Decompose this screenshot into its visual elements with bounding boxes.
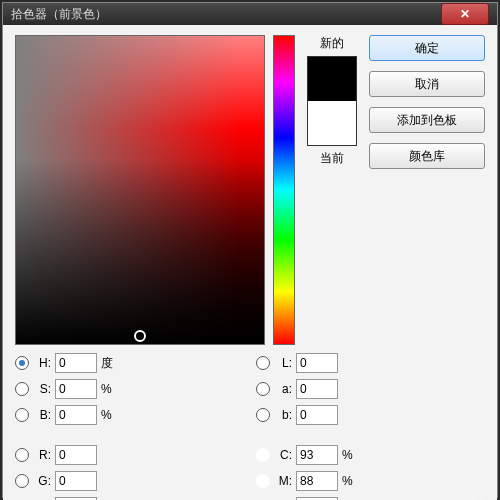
l-row: L: bbox=[256, 353, 485, 373]
h-input[interactable] bbox=[55, 353, 97, 373]
new-color-swatch bbox=[308, 57, 356, 101]
l-label: L: bbox=[274, 356, 292, 370]
h-label: H: bbox=[33, 356, 51, 370]
h-radio[interactable] bbox=[15, 356, 29, 370]
g-label: G: bbox=[33, 474, 51, 488]
c-row: C: % bbox=[256, 445, 485, 465]
lab-b-label: b: bbox=[274, 408, 292, 422]
c-unit: % bbox=[342, 448, 358, 462]
m-label: M: bbox=[274, 474, 292, 488]
hsb-b-unit: % bbox=[101, 408, 117, 422]
r-row: R: bbox=[15, 445, 244, 465]
current-color-swatch[interactable] bbox=[308, 101, 356, 145]
current-label: 当前 bbox=[320, 150, 344, 167]
l-input[interactable] bbox=[296, 353, 338, 373]
c-input[interactable] bbox=[296, 445, 338, 465]
titlebar[interactable]: 拾色器（前景色） ✕ bbox=[3, 3, 497, 25]
color-field[interactable] bbox=[15, 35, 265, 345]
a-row: a: bbox=[256, 379, 485, 399]
hsb-b-label: B: bbox=[33, 408, 51, 422]
m-row: M: % bbox=[256, 471, 485, 491]
h-row: H: 度 bbox=[15, 353, 244, 373]
s-unit: % bbox=[101, 382, 117, 396]
close-button[interactable]: ✕ bbox=[441, 3, 489, 25]
hue-slider[interactable] bbox=[273, 35, 295, 345]
a-radio[interactable] bbox=[256, 382, 270, 396]
s-radio[interactable] bbox=[15, 382, 29, 396]
hsb-b-row: B: % bbox=[15, 405, 244, 425]
color-preview bbox=[307, 56, 357, 146]
g-input[interactable] bbox=[55, 471, 97, 491]
dialog-body: 新的 当前 确定 取消 添加到色板 颜色库 H: 度 bbox=[3, 25, 497, 500]
close-icon: ✕ bbox=[460, 7, 470, 21]
g-row: G: bbox=[15, 471, 244, 491]
window-title: 拾色器（前景色） bbox=[11, 6, 441, 23]
add-swatch-button[interactable]: 添加到色板 bbox=[369, 107, 485, 133]
cancel-button[interactable]: 取消 bbox=[369, 71, 485, 97]
color-library-button[interactable]: 颜色库 bbox=[369, 143, 485, 169]
r-radio[interactable] bbox=[15, 448, 29, 462]
s-label: S: bbox=[33, 382, 51, 396]
lab-b-row: b: bbox=[256, 405, 485, 425]
hsb-b-radio[interactable] bbox=[15, 408, 29, 422]
r-input[interactable] bbox=[55, 445, 97, 465]
l-radio[interactable] bbox=[256, 356, 270, 370]
s-input[interactable] bbox=[55, 379, 97, 399]
lab-b-input[interactable] bbox=[296, 405, 338, 425]
h-unit: 度 bbox=[101, 355, 117, 372]
g-radio[interactable] bbox=[15, 474, 29, 488]
c-label: C: bbox=[274, 448, 292, 462]
hsb-b-input[interactable] bbox=[55, 405, 97, 425]
new-label: 新的 bbox=[320, 35, 344, 52]
color-picker-dialog: 拾色器（前景色） ✕ 新的 当前 确定 取消 添加到色板 颜色库 bbox=[2, 2, 498, 498]
s-row: S: % bbox=[15, 379, 244, 399]
a-input[interactable] bbox=[296, 379, 338, 399]
lab-b-radio[interactable] bbox=[256, 408, 270, 422]
ok-button[interactable]: 确定 bbox=[369, 35, 485, 61]
picker-cursor-icon bbox=[134, 330, 146, 342]
m-input[interactable] bbox=[296, 471, 338, 491]
m-unit: % bbox=[342, 474, 358, 488]
a-label: a: bbox=[274, 382, 292, 396]
r-label: R: bbox=[33, 448, 51, 462]
